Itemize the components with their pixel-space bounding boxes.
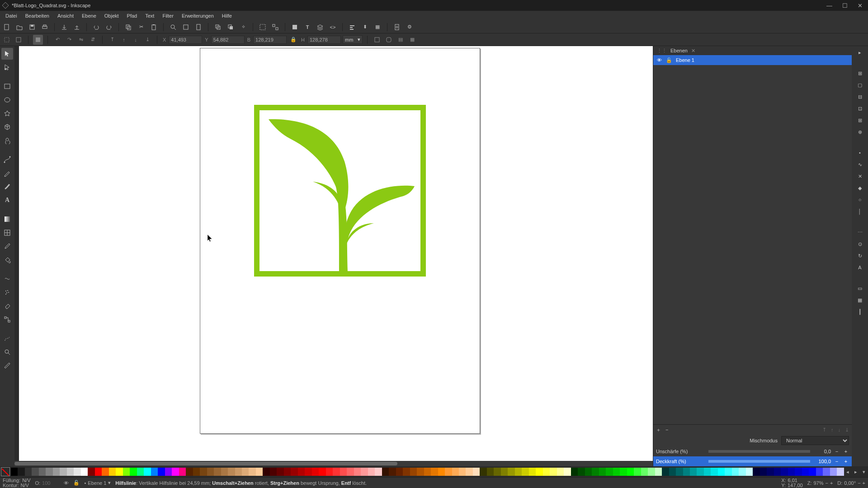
flip-v-button[interactable]: ⇵ [88, 35, 98, 45]
color-swatch[interactable] [284, 468, 291, 476]
maximize-button[interactable]: ☐ [842, 2, 848, 9]
color-swatch[interactable] [452, 468, 459, 476]
color-swatch[interactable] [550, 468, 557, 476]
tool-mesh[interactable] [1, 227, 13, 239]
dock-snap-page-icon[interactable]: ▭ [854, 284, 866, 293]
minimize-button[interactable]: — [826, 2, 832, 9]
select-all-button[interactable] [14, 35, 24, 45]
import-button[interactable] [59, 22, 69, 32]
palette-right-button[interactable]: ▸ [852, 469, 860, 475]
color-swatch[interactable] [487, 468, 494, 476]
trace-button[interactable]: ▦ [373, 22, 382, 32]
menu-objekt[interactable]: Objekt [101, 12, 123, 19]
color-swatch[interactable] [641, 468, 648, 476]
select-all-layers-button[interactable] [2, 35, 12, 45]
docprops-button[interactable] [392, 22, 402, 32]
zoom-value[interactable]: 97% [813, 480, 823, 486]
duplicate-button[interactable] [213, 22, 223, 32]
tool-star[interactable] [1, 108, 13, 119]
raise-top-button[interactable]: ⤒ [107, 35, 117, 45]
raise-button[interactable]: ↑ [119, 35, 129, 45]
copy-button[interactable] [123, 22, 133, 32]
blur-slider[interactable] [708, 450, 810, 453]
color-swatch[interactable] [53, 468, 60, 476]
raise-layer-top-button[interactable]: ⤒ [822, 427, 826, 433]
palette-left-button[interactable]: ◂ [844, 469, 852, 475]
color-swatch[interactable] [291, 468, 297, 476]
color-swatch[interactable] [375, 468, 382, 476]
scale-corners-button[interactable] [384, 35, 394, 45]
color-swatch[interactable] [410, 468, 417, 476]
color-swatch[interactable] [634, 468, 641, 476]
group-button[interactable] [258, 22, 268, 32]
color-swatch[interactable] [102, 468, 108, 476]
color-swatch[interactable] [312, 468, 319, 476]
dock-snap-objcenter-icon[interactable]: ⊙ [854, 239, 866, 249]
color-swatch[interactable] [368, 468, 375, 476]
color-swatch[interactable] [697, 468, 703, 476]
tool-spiral[interactable] [1, 135, 13, 146]
y-input[interactable]: 54,882 [211, 36, 245, 44]
tool-zoom[interactable] [1, 346, 13, 358]
color-swatch[interactable] [193, 468, 200, 476]
color-swatch[interactable] [263, 468, 269, 476]
w-input[interactable]: 128,219 [253, 36, 287, 44]
color-swatch[interactable] [459, 468, 466, 476]
opacity-o-value[interactable]: 100 [42, 480, 50, 486]
color-swatch[interactable] [172, 468, 179, 476]
color-swatch[interactable] [361, 468, 368, 476]
color-swatch[interactable] [529, 468, 536, 476]
color-swatch[interactable] [81, 468, 88, 476]
dock-snap-corner-icon[interactable]: ⊡ [854, 104, 866, 113]
tool-tweak[interactable] [1, 273, 13, 285]
dock-snap-mid-icon[interactable]: ⊞ [854, 116, 866, 125]
color-swatch[interactable] [648, 468, 655, 476]
color-swatch[interactable] [382, 468, 389, 476]
dock-snap-text-icon[interactable]: A [854, 263, 866, 272]
zoom-page-button[interactable] [193, 22, 203, 32]
dock-snap-smooth-icon[interactable]: ○ [854, 195, 866, 204]
color-swatch[interactable] [242, 468, 249, 476]
color-swatch[interactable] [802, 468, 809, 476]
color-swatch[interactable] [200, 468, 207, 476]
fillstroke-button[interactable] [290, 22, 300, 32]
move-gradients-button[interactable]: ▤ [396, 35, 406, 45]
lock-aspect-button[interactable]: 🔒 [288, 35, 298, 45]
color-swatch[interactable] [837, 468, 844, 476]
color-swatch[interactable] [305, 468, 311, 476]
color-swatch[interactable] [690, 468, 697, 476]
menu-erweiterungen[interactable]: Erweiterungen [178, 12, 217, 19]
zoom-sel-button[interactable] [168, 22, 178, 32]
tool-3dbox[interactable] [1, 121, 13, 133]
color-swatch[interactable] [795, 468, 802, 476]
lower-layer-button[interactable]: ↓ [838, 427, 841, 432]
dock-snap-icon[interactable]: ⊞ [854, 69, 866, 78]
color-swatch[interactable] [774, 468, 781, 476]
menu-text[interactable]: Text [142, 12, 158, 19]
color-swatch[interactable] [60, 468, 66, 476]
opacity-slider[interactable] [708, 460, 810, 463]
menu-pfad[interactable]: Pfad [123, 12, 141, 19]
color-swatch[interactable] [788, 468, 795, 476]
open-button[interactable] [14, 22, 24, 32]
xml-button[interactable]: <> [328, 22, 338, 32]
undo-button[interactable] [91, 22, 101, 32]
color-swatch[interactable] [67, 468, 74, 476]
color-swatch[interactable] [655, 468, 662, 476]
layers-dlg-button[interactable] [315, 22, 325, 32]
color-swatch[interactable] [578, 468, 585, 476]
new-doc-button[interactable] [2, 22, 12, 32]
layers-panel-tab[interactable]: ⋮⋮ Ebenen ✕ [653, 46, 852, 55]
color-swatch[interactable] [25, 468, 32, 476]
tool-ellipse[interactable] [1, 94, 13, 106]
status-lock-icon[interactable]: 🔓 [73, 480, 80, 486]
dock-snap-bbox-icon[interactable]: ▢ [854, 80, 866, 89]
lower-layer-bottom-button[interactable]: ⤓ [845, 427, 849, 433]
logo-frame[interactable] [254, 105, 426, 277]
color-swatch[interactable] [711, 468, 717, 476]
zoom-minus-button[interactable]: − [825, 480, 828, 486]
canvas[interactable] [19, 46, 653, 466]
color-swatch[interactable] [732, 468, 739, 476]
color-swatch[interactable] [501, 468, 508, 476]
color-swatch[interactable] [662, 468, 669, 476]
